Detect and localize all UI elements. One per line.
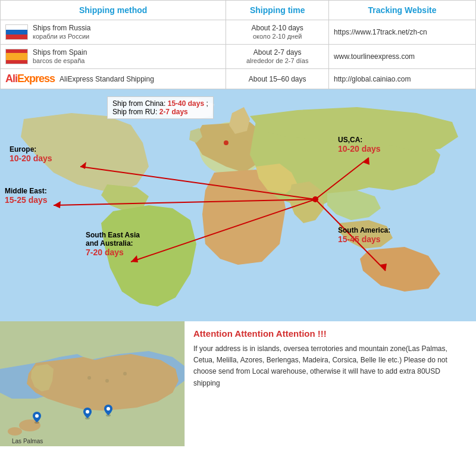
svg-point-36 xyxy=(123,372,127,375)
usca-label: US,CA: 10-20 days xyxy=(338,136,381,154)
ship-from-box: Ship from China: 15-40 days ; Ship from … xyxy=(107,96,214,119)
svg-point-28 xyxy=(312,196,318,202)
table-row: Ships from Russiaкорабли из РоссииAbout … xyxy=(1,20,476,45)
svg-point-44 xyxy=(107,407,110,411)
europe-label: Europe: 10-20 days xyxy=(10,145,52,163)
time-cell-0: About 2-10 daysоколо 2-10 дней xyxy=(226,20,329,45)
middle-east-label: Middle East: 15-25 days xyxy=(5,187,48,205)
aliexpress-logo: AliExpress xyxy=(5,73,55,85)
col-method: Shipping method xyxy=(1,1,226,20)
bottom-section: Las Palmas Attention Attention Attention… xyxy=(0,321,476,446)
sea-australia-label: South East Asiaand Australia: 7-20 days xyxy=(86,231,140,257)
flag-spain xyxy=(5,49,28,64)
svg-text:Las Palmas: Las Palmas xyxy=(12,438,43,444)
spain-map: Las Palmas xyxy=(0,321,184,446)
svg-point-34 xyxy=(87,376,91,380)
time-cell-1: About 2-7 daysalrededor de 2-7 días xyxy=(226,45,329,69)
method-cell-0: Ships from Russiaкорабли из России xyxy=(1,20,226,45)
attention-section: Attention Attention Attention !!! If you… xyxy=(184,321,476,446)
method-text-1: Ships from Spainbarcos de españa xyxy=(33,48,87,65)
col-tracking: Tracking Website xyxy=(329,1,476,20)
method-text-0: Ships from Russiaкорабли из России xyxy=(33,24,90,40)
south-america-label: South America: 15-45 days xyxy=(338,226,390,244)
time-cell-2: About 15–60 days xyxy=(226,69,329,89)
shipping-table: Shipping method Shipping time Tracking W… xyxy=(0,0,476,89)
ship-from-china-label: Ship from China: 15-40 days ; xyxy=(112,99,208,108)
method-cell-2: AliExpressAliExpress Standard Shipping xyxy=(1,69,226,89)
col-time: Shipping time xyxy=(226,1,329,20)
tracking-cell-1: www.tourlineexpress.com xyxy=(329,45,476,69)
svg-point-35 xyxy=(105,379,109,383)
world-map-section: Ship from China: 15-40 days ; Ship from … xyxy=(0,89,476,321)
svg-point-27 xyxy=(224,140,228,145)
svg-point-42 xyxy=(86,410,89,414)
method-cell-1: Ships from Spainbarcos de españa xyxy=(1,45,226,69)
svg-point-38 xyxy=(8,427,22,436)
ship-from-ru-label: Ship from RU: 2-7 days xyxy=(112,108,188,116)
flag-russia xyxy=(5,24,28,40)
attention-body: If your address is in islands, oversea t… xyxy=(193,343,468,389)
aliexpress-method-text: AliExpress Standard Shipping xyxy=(60,75,154,83)
svg-point-40 xyxy=(35,414,39,418)
tracking-cell-2: http://global.cainiao.com xyxy=(329,69,476,89)
attention-title: Attention Attention Attention !!! xyxy=(193,328,468,339)
aliexpress-row: AliExpressAliExpress Standard Shipping xyxy=(5,73,221,85)
table-row: AliExpressAliExpress Standard ShippingAb… xyxy=(1,69,476,89)
tracking-cell-0: https://www.17track.net/zh-cn xyxy=(329,20,476,45)
table-row: Ships from Spainbarcos de españaAbout 2-… xyxy=(1,45,476,69)
